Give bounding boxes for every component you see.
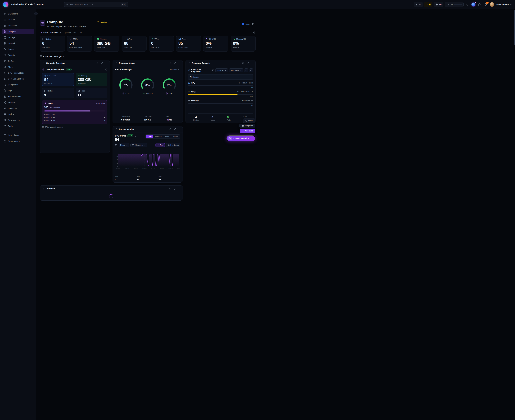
sidebar-item-cost-management[interactable]: Cost Management <box>2 76 34 82</box>
refresh-button[interactable] <box>105 68 107 71</box>
gpu-model-row: NVIDIA A10032 <box>44 113 105 116</box>
refresh-icon[interactable] <box>135 135 137 137</box>
drag-handle[interactable] <box>115 128 117 130</box>
expand-icon[interactable] <box>246 62 249 64</box>
sidebar-item-logs[interactable]: Logs <box>2 88 34 93</box>
time-range-dropdown[interactable]: 1 hour <box>119 143 129 147</box>
reset-button[interactable]: Reset <box>243 119 255 123</box>
more-options-icon[interactable] <box>178 62 180 64</box>
tab-pods[interactable]: Pods <box>163 135 171 138</box>
expand-icon[interactable] <box>174 188 176 190</box>
drag-handle[interactable] <box>42 62 45 64</box>
reload-icon[interactable] <box>212 69 214 71</box>
more-options-icon[interactable] <box>178 188 180 190</box>
more-options-icon[interactable] <box>105 62 107 64</box>
expand-icon[interactable] <box>174 62 176 64</box>
sort-direction-button[interactable] <box>244 68 248 72</box>
sort-dropdown[interactable]: Sort: Name <box>229 68 243 72</box>
stats-settings-button[interactable] <box>253 31 255 34</box>
cards-grid: Compute Overview Compute Overview Live C… <box>40 60 255 201</box>
sidebar-item-storage[interactable]: Storage <box>2 35 34 40</box>
sidebar-item-compute[interactable]: Compute <box>2 29 34 34</box>
show-dropdown[interactable]: Show: 10 <box>215 68 228 72</box>
stats-section-header: Stats Overview Updated 12:30:13 PM <box>40 31 255 34</box>
total-total-gpu: Total GPU 52/68 <box>159 116 180 121</box>
drag-handle[interactable] <box>188 62 191 64</box>
server-icon <box>4 113 6 116</box>
sidebar-item-compliance[interactable]: Compliance <box>2 82 34 88</box>
metric-min-avg-max: Min6 Avg49 Max54 <box>115 174 180 180</box>
sidebar-item-dashboard[interactable]: Dashboard <box>2 11 34 17</box>
sidebar-item-label: Deployments <box>8 119 20 121</box>
search-bar[interactable]: ⌘ K <box>64 2 128 7</box>
comment-icon[interactable] <box>169 128 172 130</box>
capacity-row-memory: Memory 0 GB / 388 GB 0% <box>188 99 253 106</box>
comment-icon[interactable] <box>242 62 244 64</box>
sidebar-item-operators[interactable]: Operators <box>2 105 34 111</box>
sidebar-item-alerts[interactable]: Alerts <box>2 64 34 70</box>
sidebar-item-label: Cost Management <box>8 78 24 80</box>
per-cluster-toggle-button[interactable]: Per Cluster <box>166 143 180 147</box>
refresh-icon[interactable] <box>178 68 180 70</box>
search-input[interactable] <box>69 3 119 6</box>
sidebar-item-security[interactable]: Security <box>2 52 34 58</box>
sidebar-item-nodes[interactable]: Nodes <box>2 112 34 117</box>
sidebar-item-pods[interactable]: Pods <box>2 123 34 129</box>
tab-nodes[interactable]: Nodes <box>171 135 180 138</box>
tab-cpu[interactable]: CPU <box>146 135 153 138</box>
sidebar-item-clusters[interactable]: Clusters <box>2 17 34 22</box>
needs-attention-button[interactable]: 1 needs attention <box>227 135 255 141</box>
drag-handle[interactable] <box>115 62 117 64</box>
cpu-cores-line-chart: 01530456011:32 AM11:36 AM11:39 AM11:42 A… <box>115 149 180 174</box>
chevron-down-icon[interactable] <box>59 31 61 33</box>
capacity-bar <box>188 103 253 104</box>
stat-card-cpu-util: CPU Util 0% average <box>203 36 228 52</box>
cluster-filter-dropdown[interactable]: All clusters <box>131 143 147 147</box>
cluster-select[interactable]: All clusters <box>188 74 253 80</box>
more-options-icon[interactable] <box>251 62 253 64</box>
more-options-icon[interactable] <box>178 128 180 130</box>
sidebar-item-network[interactable]: Network <box>2 41 34 46</box>
sidebar-item-card-history[interactable]: Card History <box>2 132 34 138</box>
auto-refresh-checkbox[interactable] <box>242 23 244 25</box>
total-toggle-button[interactable]: Total <box>155 143 165 147</box>
sidebar-item-services[interactable]: Services <box>2 100 34 105</box>
svg-text:11:47 AM: 11:47 AM <box>160 168 164 169</box>
sidebar-item-helm-releases[interactable]: Helm Releases <box>2 94 34 99</box>
sidebar-item-gpu-reservations[interactable]: GPU Reservations <box>2 70 34 76</box>
comment-icon[interactable] <box>169 188 172 190</box>
expand-icon[interactable] <box>174 128 176 130</box>
app-logo[interactable] <box>3 2 8 7</box>
comment-icon[interactable] <box>169 62 172 64</box>
stat-card-cpus: CPUs 54 cores allocatable <box>67 36 92 52</box>
sidebar-item-deployments[interactable]: Deployments <box>2 117 34 123</box>
comment-icon[interactable] <box>96 62 99 64</box>
tab-memory[interactable]: Memory <box>154 135 163 138</box>
sidebar-item-workloads[interactable]: Workloads <box>2 23 34 29</box>
svg-text:76%: 76% <box>167 84 172 87</box>
server-icon <box>44 90 46 92</box>
svg-text:11:32 AM: 11:32 AM <box>116 168 120 169</box>
sidebar-item-events[interactable]: Events <box>2 46 34 52</box>
svg-text:45: 45 <box>117 156 118 157</box>
svg-text:11:50 AM: 11:50 AM <box>169 168 173 169</box>
summary-pods: 85Pods <box>220 115 237 121</box>
main-content: Compute Updating Monitor compute resourc… <box>36 9 258 210</box>
chevron-down-icon[interactable] <box>63 55 65 57</box>
expand-icon[interactable] <box>101 62 103 64</box>
metric-max: Max54 <box>159 175 180 180</box>
stat-card-tpus: TPUs 0 total TPUs <box>149 36 174 52</box>
drag-handle[interactable] <box>42 187 45 190</box>
cpu-icon <box>188 82 190 84</box>
refresh-button[interactable] <box>251 22 255 26</box>
sidebar-item-label: Pods <box>8 125 13 127</box>
refresh-button[interactable] <box>249 68 253 72</box>
capacity-row-gpus: GPUs 52 GPUs / 68 GPUs 76% <box>188 91 253 98</box>
add-card-button[interactable]: Add Card <box>240 129 255 133</box>
templates-button[interactable]: Templates <box>239 124 255 128</box>
sidebar-item-gitops[interactable]: GitOps <box>2 58 34 64</box>
sidebar-collapse-button[interactable] <box>34 12 38 15</box>
cpu-icon <box>166 92 168 95</box>
sidebar-item-namespaces[interactable]: Namespaces <box>2 138 34 144</box>
resource-usage-card: Resource Usage Resource Usage 4 clusters <box>113 60 183 123</box>
